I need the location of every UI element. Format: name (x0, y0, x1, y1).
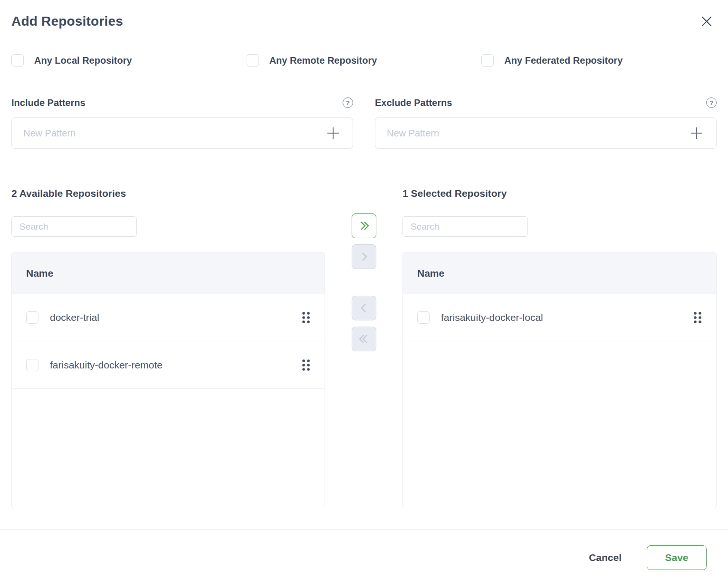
row-checkbox-farisakuity-docker-remote[interactable] (26, 359, 38, 371)
any-local-repository-checkbox[interactable] (11, 54, 24, 67)
double-chevron-left-icon (357, 333, 371, 345)
any-remote-repository-checkbox[interactable] (247, 54, 259, 67)
available-search-input[interactable] (11, 216, 137, 237)
row-checkbox-farisakuity-docker-local[interactable] (417, 311, 430, 324)
drag-handle-icon[interactable] (692, 310, 703, 325)
save-button[interactable]: Save (647, 545, 707, 570)
repository-transfer-section: 2 Available Repositories Name docker-tri… (11, 187, 717, 508)
dialog-header: Add Repositories (11, 13, 717, 29)
repository-name: farisakuity-docker-remote (50, 359, 301, 371)
chevron-left-icon (358, 302, 370, 314)
any-federated-repository-option[interactable]: Any Federated Repository (481, 54, 717, 67)
table-row: farisakuity-docker-local (403, 294, 716, 341)
exclude-patterns-help-icon[interactable]: ? (706, 97, 717, 108)
include-pattern-add-icon[interactable] (326, 126, 340, 140)
exclude-patterns-label: Exclude Patterns (375, 97, 452, 108)
include-pattern-input-wrap (11, 117, 353, 149)
any-local-repository-label: Any Local Repository (34, 54, 132, 67)
available-table-header: Name (12, 252, 325, 294)
close-icon[interactable] (699, 13, 715, 29)
available-name-column-header: Name (26, 268, 53, 279)
row-checkbox-docker-trial[interactable] (26, 311, 38, 324)
repository-name: docker-trial (50, 312, 301, 323)
any-remote-repository-label: Any Remote Repository (269, 54, 377, 67)
selected-table-header: Name (403, 252, 716, 294)
double-chevron-right-icon (357, 220, 371, 232)
selected-search-input[interactable] (402, 216, 528, 237)
exclude-pattern-input-wrap (375, 117, 717, 149)
add-repositories-dialog: Add Repositories Any Local Repository An… (0, 0, 728, 580)
exclude-pattern-input[interactable] (387, 128, 690, 139)
selected-repositories-panel: 1 Selected Repository Name farisakuity-d… (402, 187, 717, 508)
drag-handle-icon[interactable] (301, 310, 311, 325)
transfer-buttons (325, 187, 402, 508)
move-right-button[interactable] (352, 244, 376, 269)
any-repository-options: Any Local Repository Any Remote Reposito… (11, 54, 717, 67)
patterns-section: Include Patterns ? Exclude Patterns ? (11, 97, 717, 149)
move-all-left-button[interactable] (352, 327, 376, 351)
repository-name: farisakuity-docker-local (441, 312, 692, 323)
any-local-repository-option[interactable]: Any Local Repository (11, 54, 247, 67)
selected-repositories-table: Name farisakuity-docker-local (402, 252, 717, 508)
table-row: docker-trial (12, 294, 325, 341)
dialog-footer: Cancel Save (11, 530, 717, 570)
drag-handle-icon[interactable] (301, 358, 311, 372)
include-pattern-input[interactable] (23, 128, 326, 139)
exclude-patterns-group: Exclude Patterns ? (375, 97, 717, 149)
available-repositories-table: Name docker-trial farisakuity (11, 252, 325, 508)
any-federated-repository-label: Any Federated Repository (504, 54, 623, 67)
cancel-button[interactable]: Cancel (589, 552, 622, 563)
chevron-right-icon (358, 251, 370, 262)
include-patterns-label: Include Patterns (11, 97, 86, 108)
any-remote-repository-option[interactable]: Any Remote Repository (247, 54, 482, 67)
move-left-button[interactable] (352, 296, 376, 320)
table-row: farisakuity-docker-remote (12, 341, 325, 389)
move-all-right-button[interactable] (352, 213, 376, 238)
page-title: Add Repositories (11, 13, 123, 29)
include-patterns-help-icon[interactable]: ? (343, 97, 353, 108)
selected-repositories-heading: 1 Selected Repository (402, 187, 717, 200)
available-repositories-panel: 2 Available Repositories Name docker-tri… (11, 187, 325, 508)
include-patterns-group: Include Patterns ? (11, 97, 353, 149)
exclude-pattern-add-icon[interactable] (690, 126, 704, 140)
any-federated-repository-checkbox[interactable] (481, 54, 494, 67)
selected-name-column-header: Name (417, 268, 444, 279)
available-repositories-heading: 2 Available Repositories (11, 187, 325, 200)
